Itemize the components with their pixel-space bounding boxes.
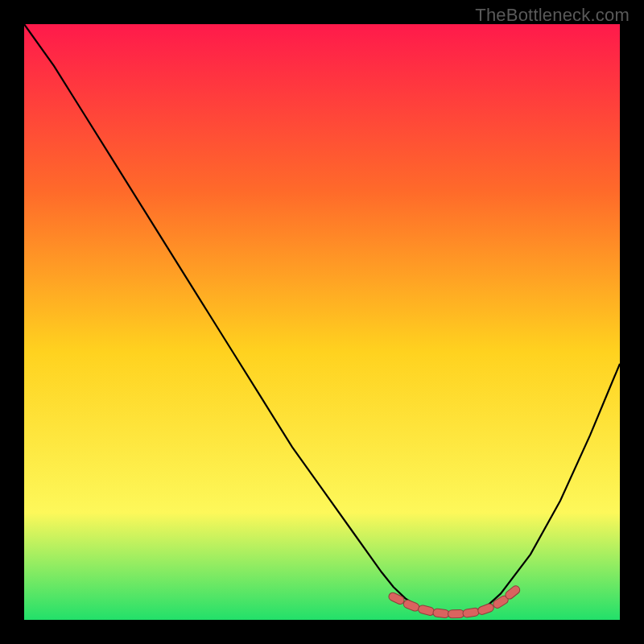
valley-marker: [432, 609, 449, 618]
chart-plot-area: [24, 24, 620, 620]
chart-svg: [24, 24, 620, 620]
gradient-background: [24, 24, 620, 620]
watermark-text: TheBottleneck.com: [475, 5, 630, 26]
valley-marker: [448, 609, 464, 617]
chart-frame: TheBottleneck.com: [0, 0, 644, 644]
